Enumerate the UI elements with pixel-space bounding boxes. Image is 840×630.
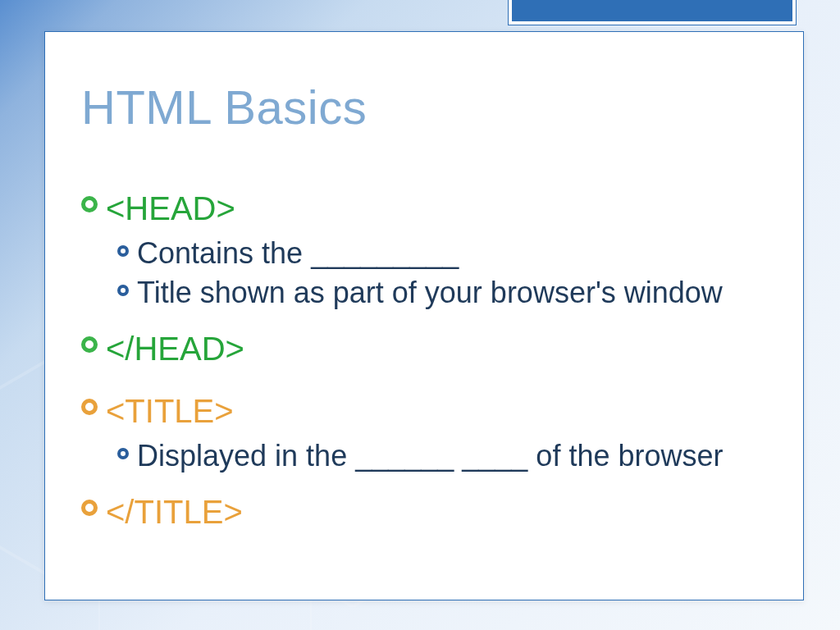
- bullet-icon: [81, 500, 98, 516]
- bullet-icon: [81, 399, 98, 415]
- slide-background: HTML Basics <HEAD> Contains the ________…: [0, 0, 840, 630]
- bullet-head-sub1: Contains the _________: [117, 235, 770, 272]
- bullet-title-sub1: Displayed in the ______ ____ of the brow…: [117, 437, 770, 475]
- bullet-icon: [117, 245, 129, 257]
- bullet-title-close: </TITLE>: [81, 491, 770, 533]
- bullet-icon: [81, 336, 98, 353]
- bullet-icon: [117, 285, 129, 296]
- bullet-head-close: </HEAD>: [81, 328, 770, 370]
- text-title-close: </TITLE>: [106, 491, 243, 533]
- text-head-sub2: Title shown as part of your browser's wi…: [137, 274, 723, 312]
- bullet-icon: [117, 448, 129, 459]
- bullet-head-open: <HEAD>: [81, 188, 770, 230]
- accent-tab: [509, 0, 796, 25]
- text-title-open: <TITLE>: [106, 390, 234, 432]
- bullet-title-open: <TITLE>: [81, 390, 770, 432]
- text-head-close: </HEAD>: [106, 328, 244, 370]
- bullet-head-sub2: Title shown as part of your browser's wi…: [117, 274, 770, 312]
- text-title-sub1: Displayed in the ______ ____ of the brow…: [137, 437, 723, 475]
- text-head-open: <HEAD>: [106, 188, 235, 230]
- bullet-icon: [81, 196, 98, 212]
- slide-content: <HEAD> Contains the _________ Title show…: [81, 188, 770, 538]
- text-head-sub1: Contains the _________: [137, 235, 459, 272]
- slide-title: HTML Basics: [81, 80, 367, 135]
- slide-card: HTML Basics <HEAD> Contains the ________…: [44, 31, 804, 600]
